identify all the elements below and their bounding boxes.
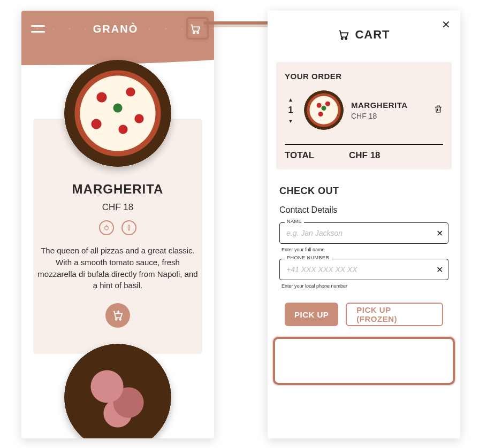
order-item: ▴ 1 ▾ MARGHERITA CHF 18 — [285, 90, 443, 130]
diet-icon — [121, 220, 136, 235]
cart-header: ✕ CART — [268, 11, 460, 59]
svg-point-5 — [341, 38, 343, 40]
checkout-heading: CHECK OUT — [279, 186, 448, 197]
svg-point-2 — [105, 226, 109, 230]
order-item-price: CHF 18 — [351, 112, 426, 120]
total-value: CHF 18 — [349, 150, 381, 161]
order-item-name: MARGHERITA — [351, 101, 426, 110]
checkout-section: CHECK OUT Contact Details NAME ✕ Enter y… — [268, 169, 460, 334]
brand-logo: GRANÒ — [93, 23, 138, 35]
pickup-button[interactable]: PICK UP — [285, 303, 338, 326]
cart-title: CART — [355, 28, 390, 42]
qty-increase[interactable]: ▴ — [289, 96, 292, 103]
order-item-image — [304, 90, 344, 130]
svg-point-4 — [119, 319, 121, 320]
menu-icon[interactable] — [31, 25, 45, 33]
vegetarian-icon — [99, 220, 114, 235]
product-description: The queen of all pizzas and a great clas… — [33, 245, 202, 291]
add-to-cart-button[interactable] — [105, 303, 130, 328]
svg-point-3 — [116, 319, 117, 320]
order-summary: YOUR ORDER ▴ 1 ▾ MARGHERITA CHF 18 TOTAL — [276, 62, 452, 169]
product-image — [64, 60, 171, 167]
product-name: MARGHERITA — [33, 182, 202, 197]
phone-input[interactable] — [279, 259, 448, 280]
pickup-frozen-button[interactable]: PICK UP (FROZEN) — [346, 303, 443, 326]
clear-icon[interactable]: ✕ — [436, 265, 443, 275]
close-icon[interactable]: ✕ — [442, 18, 451, 31]
product-badges — [33, 220, 202, 235]
order-heading: YOUR ORDER — [285, 72, 443, 81]
next-product-image — [59, 344, 177, 435]
qty-value: 1 — [288, 105, 293, 115]
phone-hint: Enter your local phone number — [281, 283, 448, 289]
qty-decrease[interactable]: ▾ — [289, 118, 292, 124]
cart-icon — [338, 29, 349, 41]
pickup-buttons: PICK UP PICK UP (FROZEN) — [279, 295, 448, 334]
clear-icon[interactable]: ✕ — [436, 228, 443, 238]
phone-label: PHONE NUMBER — [285, 255, 332, 260]
menu-screen: GRANÒ MARGHERITA CHF 18 The queen of all… — [21, 11, 214, 438]
product-card: MARGHERITA CHF 18 The queen of all pizza… — [21, 60, 214, 438]
trash-icon[interactable] — [433, 104, 443, 117]
svg-point-6 — [346, 38, 347, 40]
product-price: CHF 18 — [33, 202, 202, 213]
annotation-pickup-highlight — [273, 337, 455, 385]
name-label: NAME — [285, 219, 304, 224]
annotation-cart-highlight — [186, 17, 209, 40]
name-hint: Enter your full name — [281, 247, 448, 252]
top-bar: GRANÒ — [21, 11, 214, 47]
name-input[interactable] — [279, 222, 448, 244]
contact-heading: Contact Details — [279, 205, 448, 215]
total-label: TOTAL — [285, 150, 349, 161]
